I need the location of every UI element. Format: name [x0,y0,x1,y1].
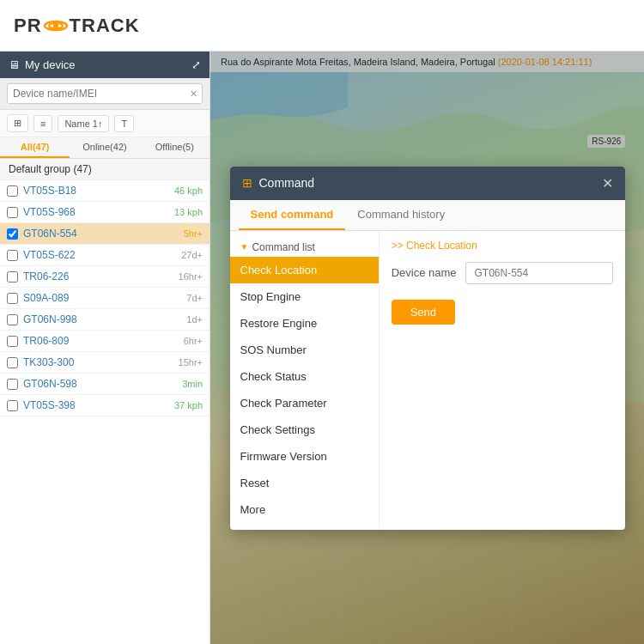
command-item-reset[interactable]: Reset [230,470,379,496]
send-button[interactable]: Send [392,300,455,325]
command-breadcrumb: >> Check Location [392,240,477,252]
logo-text-before: PR [14,15,42,37]
list-item[interactable]: GT06N-9981d+ [0,309,210,331]
expand-icon[interactable]: ⤢ [191,58,201,71]
sidebar: 🖥 My device ⤢ ✕ ⊞ ≡ Name 1↑ T All(47)Onl… [0,52,210,644]
collapse-arrow-icon[interactable]: ▼ [240,242,249,252]
device-status: 7d+ [186,293,203,303]
sidebar-tabs: All(47)Online(42)Offline(5) [0,137,210,159]
command-item-check-status[interactable]: Check Status [230,363,379,390]
sort-button[interactable]: Name 1↑ [58,115,109,132]
command-list-panel: ▼ Command list Check LocationStop Engine… [230,231,380,530]
device-status: 13 kph [174,207,203,217]
logo: PR TRACK [14,15,140,37]
list-item[interactable]: S09A-0897d+ [0,288,210,309]
list-item[interactable]: GT06N-5545hr+ [0,223,210,245]
device-status: 6hr+ [184,336,203,346]
dialog-header: ⊞ Command ✕ [230,167,625,200]
device-name-label: VT05S-398 [23,399,171,411]
main-area: 🖥 My device ⤢ ✕ ⊞ ≡ Name 1↑ T All(47)Onl… [0,52,644,644]
list-item[interactable]: VT05S-39837 kph [0,395,210,416]
list-item[interactable]: TK303-30015hr+ [0,352,210,374]
device-name-label: TK303-300 [23,356,175,368]
device-status: 1d+ [186,314,203,325]
device-name-label: VT05S-968 [23,206,171,218]
device-status: 46 kph [174,185,203,196]
command-item-restore-engine[interactable]: Restore Engine [230,310,379,337]
command-right-panel: >> Check Location Device name Send [380,231,625,530]
grid-view-button[interactable]: ⊞ [7,114,28,132]
device-name-label: TR06-226 [23,270,175,283]
device-list: Default group (47)VT05S-B1846 kphVT05S-9… [0,159,210,644]
list-item[interactable]: VT05S-B1846 kph [0,180,210,202]
sidebar-tab-online[interactable]: Online(42) [70,137,139,158]
device-checkbox[interactable] [7,379,18,390]
command-items: Check LocationStop EngineRestore EngineS… [230,257,379,523]
map-area: Rua do Aspirante Mota Freitas, Madeira I… [210,52,644,644]
device-status: 5hr+ [184,228,203,239]
dialog-overlay: ⊞ Command ✕ Send commandCommand history … [210,52,644,644]
command-item-firmware-version[interactable]: Firmware Version [230,443,379,470]
list-item[interactable]: VT05S-62227d+ [0,245,210,266]
device-checkbox[interactable] [7,357,18,368]
command-item-check-parameter[interactable]: Check Parameter [230,390,379,416]
command-item-stop-engine[interactable]: Stop Engine [230,283,379,310]
sidebar-header: 🖥 My device ⤢ [0,52,210,78]
clear-search-icon[interactable]: ✕ [190,88,197,100]
device-name-label: GT06N-998 [23,313,183,325]
dialog-body: ▼ Command list Check LocationStop Engine… [230,231,625,530]
device-name-label: VT05S-622 [23,249,178,261]
list-item[interactable]: GT06N-5983min [0,374,210,395]
device-status: 15hr+ [179,357,203,368]
command-item-check-settings[interactable]: Check Settings [230,416,379,443]
device-name-input[interactable] [465,262,613,284]
command-icon: ⊞ [242,176,252,190]
dialog-close-button[interactable]: ✕ [602,175,613,191]
command-item-sos-number[interactable]: SOS Number [230,337,379,363]
device-checkbox[interactable] [7,400,18,411]
command-list-header: ▼ Command list [230,238,379,257]
device-checkbox[interactable] [7,271,18,283]
filter-button[interactable]: T [114,115,134,132]
device-status: 16hr+ [179,271,203,282]
dialog-tab-send-command[interactable]: Send command [239,200,346,230]
list-item[interactable]: VT05S-96813 kph [0,202,210,223]
command-list-label: Command list [252,241,314,253]
device-name-label: GT06N-598 [23,378,179,390]
dialog-title: Command [259,176,315,190]
device-checkbox[interactable] [7,185,18,197]
breadcrumb-text: >> Check Location [392,240,477,252]
device-name-label: VT05S-B18 [23,185,171,197]
device-name-label: GT06N-554 [23,228,180,240]
device-name-label: Device name [392,266,457,279]
sidebar-title-text: My device [25,58,76,71]
dialog-tabs: Send commandCommand history [230,200,625,231]
device-status: 3min [182,379,203,389]
sidebar-tab-offline[interactable]: Offline(5) [140,137,210,158]
list-item[interactable]: TR06-22616hr+ [0,266,210,288]
dialog-tab-command-history[interactable]: Command history [345,200,457,230]
device-name-label: S09A-089 [23,292,183,304]
logo-text-after: TRACK [70,15,140,37]
monitor-icon: 🖥 [9,58,20,71]
top-bar: PR TRACK [0,0,644,52]
list-view-button[interactable]: ≡ [33,115,52,132]
device-checkbox[interactable] [7,228,18,240]
device-group-default: Default group (47) [0,159,210,180]
device-name-row: Device name [392,262,613,284]
svg-point-2 [53,23,58,28]
device-status: 27d+ [181,250,203,260]
command-item-more[interactable]: More [230,496,379,523]
sidebar-toolbar: ⊞ ≡ Name 1↑ T [0,110,210,137]
search-input[interactable] [7,83,203,104]
command-item-check-location[interactable]: Check Location [230,257,379,283]
command-dialog: ⊞ Command ✕ Send commandCommand history … [230,167,625,530]
device-checkbox[interactable] [7,293,18,304]
device-checkbox[interactable] [7,314,18,325]
list-item[interactable]: TR06-8096hr+ [0,331,210,352]
sidebar-tab-all[interactable]: All(47) [0,137,70,158]
device-checkbox[interactable] [7,250,18,261]
device-checkbox[interactable] [7,207,18,218]
logo-icon [44,17,68,34]
device-checkbox[interactable] [7,336,18,347]
